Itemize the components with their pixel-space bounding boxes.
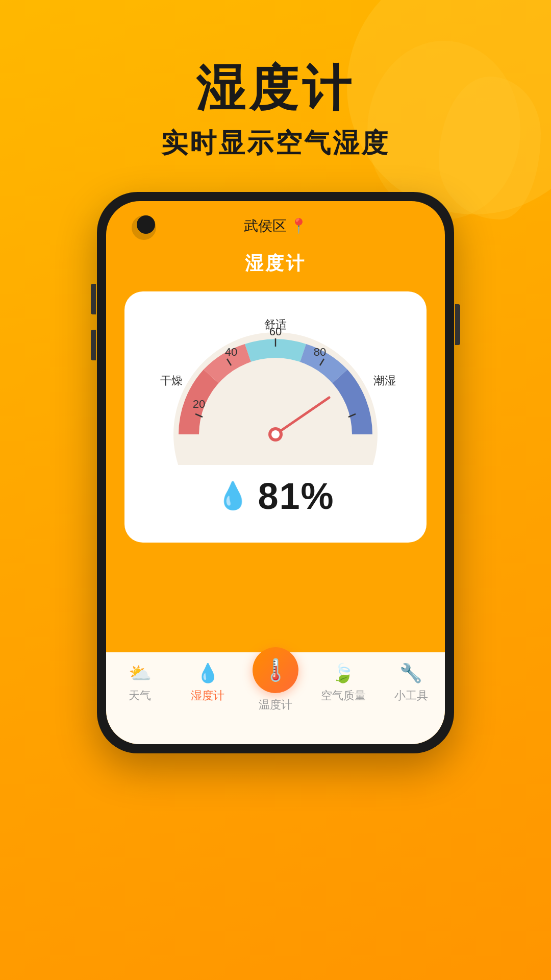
phone-screen: + 武侯区 📍 湿度计 干燥 舒适 潮湿 <box>106 201 445 744</box>
sub-title: 实时显示空气湿度 <box>0 126 551 161</box>
humidity-reading: 💧 81% <box>140 475 411 517</box>
humidity-icon: 💧 <box>196 663 219 684</box>
screen-title: 湿度计 <box>106 251 445 276</box>
air-quality-icon: 🍃 <box>332 663 355 684</box>
gauge-wrapper: 干燥 舒适 潮湿 <box>140 312 411 465</box>
nav-label-tools: 小工具 <box>394 688 428 703</box>
svg-text:20: 20 <box>193 398 205 410</box>
nav-item-thermometer[interactable]: 🌡️ 温度计 <box>242 663 310 713</box>
screen-header: + 武侯区 📍 <box>106 201 445 246</box>
svg-text:60: 60 <box>269 325 282 338</box>
nav-item-weather[interactable]: ⛅ 天气 <box>106 663 174 703</box>
thermometer-center-button[interactable]: 🌡️ <box>253 647 298 693</box>
nav-item-tools[interactable]: 🔧 小工具 <box>377 663 445 703</box>
thermometer-icon: 🌡️ <box>262 657 289 682</box>
svg-point-13 <box>271 430 280 438</box>
nav-label-weather: 天气 <box>129 688 151 703</box>
header-section: 湿度计 实时显示空气湿度 <box>0 0 551 161</box>
weather-icon: ⛅ <box>129 663 152 684</box>
nav-item-humidity[interactable]: 💧 湿度计 <box>174 663 242 703</box>
nav-label-humidity: 湿度计 <box>191 688 224 703</box>
main-title: 湿度计 <box>0 61 551 115</box>
water-drop-icon: 💧 <box>216 480 249 511</box>
phone-frame: + 武侯区 📍 湿度计 干燥 舒适 潮湿 <box>97 192 454 753</box>
gauge-container: 20 40 60 80 <box>140 312 411 465</box>
svg-text:40: 40 <box>225 346 237 358</box>
location-display: 武侯区 📍 <box>244 216 308 236</box>
gauge-svg: 20 40 60 80 <box>148 312 403 465</box>
nav-label-thermometer: 温度计 <box>259 697 292 713</box>
bottom-nav: ⛅ 天气 💧 湿度计 🌡️ 温度计 🍃 空气质量 <box>106 652 445 744</box>
nav-label-air: 空气质量 <box>321 688 366 703</box>
location-text: 武侯区 <box>244 216 287 236</box>
humidity-value: 81% <box>258 475 334 517</box>
location-pin-icon: 📍 <box>290 217 308 234</box>
camera-hole <box>137 215 155 234</box>
nav-item-air[interactable]: 🍃 空气质量 <box>309 663 377 703</box>
humidity-card: 干燥 舒适 潮湿 <box>124 291 427 543</box>
svg-text:80: 80 <box>314 346 326 358</box>
tools-icon: 🔧 <box>399 663 422 684</box>
phone-mockup: + 武侯区 📍 湿度计 干燥 舒适 潮湿 <box>0 192 551 753</box>
